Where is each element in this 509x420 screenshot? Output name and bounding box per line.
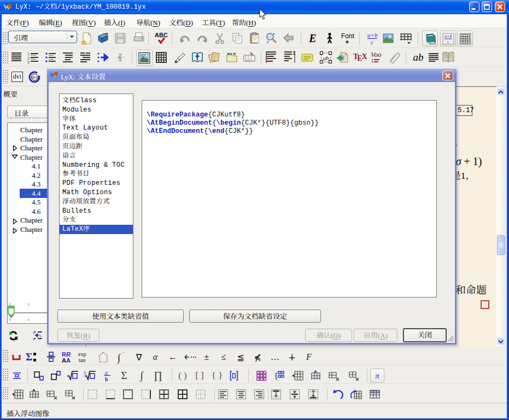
svg-text:c: c	[371, 39, 373, 45]
svg-text:a+b: a+b	[444, 34, 452, 39]
svg-text:ABC: ABC	[155, 32, 168, 38]
svg-text:∫: ∫	[117, 352, 121, 364]
svg-text:1.1: 1.1	[39, 334, 43, 337]
svg-text:exp: exp	[78, 351, 86, 357]
svg-text:a: a	[105, 370, 108, 376]
svg-text:AA: AA	[62, 357, 71, 363]
svg-text:Voo: Voo	[371, 50, 382, 59]
svg-text:Σ: Σ	[26, 351, 32, 363]
svg-text:b: b	[105, 376, 108, 382]
svg-text:2: 2	[27, 56, 30, 60]
svg-text:{: {	[274, 371, 278, 381]
svg-text:3: 3	[27, 60, 30, 64]
svg-text:tan: tan	[79, 357, 85, 363]
svg-text:1: 1	[27, 52, 30, 56]
svg-text:X: X	[362, 52, 367, 61]
svg-text:c: c	[447, 39, 449, 44]
svg-text:Font: Font	[341, 32, 354, 40]
svg-text:3: 3	[84, 371, 86, 376]
svg-text:ab: ab	[323, 55, 330, 61]
svg-text:a+b: a+b	[367, 32, 378, 38]
svg-text:dvi: dvi	[32, 75, 37, 80]
